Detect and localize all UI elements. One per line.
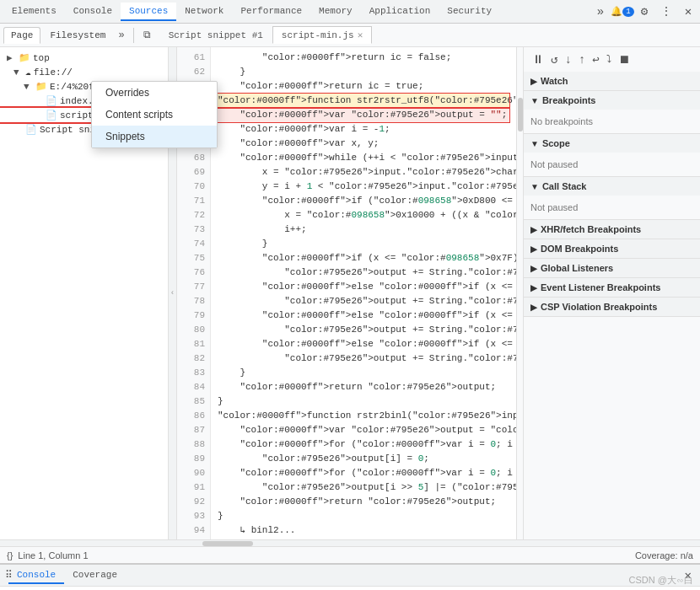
tree-item-top[interactable]: ▶ 📁 top: [0, 51, 168, 65]
line-number: 84: [177, 380, 210, 394]
code-line[interactable]: x = "color:#795e26">input."color:#795e26…: [218, 165, 509, 180]
split-editor-icon[interactable]: ⧉: [139, 27, 156, 44]
code-line[interactable]: y = i + 1 < "color:#795e26">input."color…: [218, 180, 509, 194]
tree-item-file[interactable]: ▼ ☁ file://: [0, 65, 168, 79]
code-line[interactable]: "color:#795e26">output[i >> 5] |= ("colo…: [218, 480, 509, 495]
deactivate-btn[interactable]: ⤵: [605, 51, 613, 67]
pause-btn[interactable]: ⏸: [530, 51, 546, 68]
code-line[interactable]: "color:#0000ff">function str2rstr_utf8("…: [218, 94, 509, 108]
content-scope: Not paused: [524, 153, 700, 176]
code-line[interactable]: }: [218, 509, 509, 523]
line-number: 78: [177, 294, 210, 308]
menu-snippets[interactable]: Snippets: [92, 126, 217, 148]
top-tab-icons: » 🔔 1 ⚙ ⋮ ✕: [592, 3, 697, 20]
stop-btn[interactable]: ⏹: [617, 51, 632, 68]
code-line[interactable]: "color:#0000ff">for ("color:#0000ff">var…: [218, 437, 509, 452]
code-line[interactable]: "color:#795e26">output += String."color:…: [218, 266, 509, 280]
close-tab-icon[interactable]: ✕: [358, 30, 363, 40]
tree-label-top: top: [33, 53, 50, 63]
tab-elements[interactable]: Elements: [3, 3, 65, 21]
code-line[interactable]: "color:#0000ff">return "color:#795e26">o…: [218, 495, 509, 509]
code-line[interactable]: }: [218, 237, 509, 251]
panel-header-global[interactable]: ▶ Global Listeners: [524, 259, 700, 277]
folder-icon-dir: 📁: [35, 81, 47, 92]
arrow-watch: ▶: [530, 77, 537, 86]
hscrollbar[interactable]: [0, 539, 700, 546]
code-line[interactable]: "color:#0000ff">for ("color:#0000ff">var…: [218, 466, 509, 480]
code-line[interactable]: ↳ binl2...: [218, 523, 509, 538]
panel-header-breakpoints[interactable]: ▼ Breakpoints: [524, 91, 700, 110]
panel-header-watch[interactable]: ▶ Watch: [524, 72, 700, 90]
code-line[interactable]: "color:#0000ff">var i = -1;: [218, 122, 509, 137]
code-line[interactable]: "color:#0000ff">if (x <= "color:#098658"…: [218, 251, 509, 266]
step-out-btn[interactable]: ↑: [577, 51, 587, 68]
panel-header-scope[interactable]: ▼ Scope: [524, 134, 700, 153]
hscroll-thumb[interactable]: [202, 541, 253, 546]
code-line[interactable]: "color:#795e26">output += String."color:…: [218, 294, 509, 308]
more-tabs-button[interactable]: »: [592, 3, 609, 20]
step-over-btn[interactable]: ↺: [549, 51, 559, 68]
editor-tab-script[interactable]: script-min.js ✕: [272, 26, 372, 44]
editor-tab-snippet[interactable]: Script snippet #1: [159, 27, 272, 44]
code-line[interactable]: "color:#0000ff">else "color:#0000ff">if …: [218, 337, 509, 351]
tab-network[interactable]: Network: [176, 3, 232, 21]
code-line[interactable]: }: [218, 394, 509, 409]
vscrollbar[interactable]: [516, 47, 523, 539]
code-line[interactable]: x = "color:#098658">0x10000 + ((x & "col…: [218, 208, 509, 223]
code-line[interactable]: "color:#0000ff">if ("color:#098658">0xD8…: [218, 194, 509, 208]
tab-application[interactable]: Application: [361, 3, 439, 21]
line-number: 74: [177, 237, 210, 251]
sub-tab-page[interactable]: Page: [3, 27, 40, 44]
code-line[interactable]: "color:#0000ff">return "color:#795e26">o…: [218, 380, 509, 394]
step-into-btn[interactable]: ↓: [563, 51, 573, 68]
tab-memory[interactable]: Memory: [310, 3, 361, 21]
line-number: 70: [177, 180, 210, 194]
code-line[interactable]: "color:#0000ff">else "color:#0000ff">if …: [218, 280, 509, 294]
panel-section-csp: ▶ CSP Violation Breakpoints: [524, 298, 700, 317]
code-content[interactable]: "color:#0000ff">return ic = false; } "co…: [211, 47, 516, 539]
code-line[interactable]: "color:#0000ff">var x, y;: [218, 137, 509, 151]
code-line[interactable]: "color:#0000ff">var "color:#795e26">outp…: [218, 108, 509, 122]
code-line[interactable]: }: [218, 366, 509, 380]
code-line[interactable]: "color:#0000ff">return ic = false;: [218, 51, 509, 65]
line-number: 76: [177, 266, 210, 280]
step-btn[interactable]: ↩: [590, 51, 600, 68]
sub-tab-filesystem[interactable]: Filesystem: [42, 27, 113, 44]
panel-header-xhr[interactable]: ▶ XHR/fetch Breakpoints: [524, 220, 700, 239]
code-line[interactable]: "color:#0000ff">var "color:#795e26">outp…: [218, 423, 509, 437]
panel-header-event[interactable]: ▶ Event Listener Breakpoints: [524, 278, 700, 297]
code-line[interactable]: "color:#0000ff">function rstr2binl("colo…: [218, 409, 509, 423]
panel-header-csp[interactable]: ▶ CSP Violation Breakpoints: [524, 298, 700, 316]
settings-icon[interactable]: ⚙: [636, 3, 653, 20]
notification-badge[interactable]: 🔔 1: [614, 3, 631, 20]
line-number: 85: [177, 394, 210, 409]
line-number: 83: [177, 366, 210, 380]
code-line[interactable]: "color:#0000ff">while (++i < "color:#795…: [218, 151, 509, 165]
code-line[interactable]: "color:#0000ff">return ic = true;: [218, 79, 509, 94]
tab-console[interactable]: Console: [65, 3, 121, 21]
menu-content-scripts[interactable]: Content scripts: [92, 104, 217, 126]
more-options-icon[interactable]: ⋮: [658, 3, 675, 20]
close-devtools-icon[interactable]: ✕: [680, 3, 697, 20]
console-tab-bar: ⠿ Console Coverage ✕: [0, 565, 700, 587]
divider: [133, 28, 134, 43]
status-icon: {}: [7, 550, 13, 560]
tab-sources[interactable]: Sources: [121, 3, 176, 21]
panel-header-dom[interactable]: ▶ DOM Breakpoints: [524, 239, 700, 258]
console-tab-coverage[interactable]: Coverage: [64, 567, 126, 584]
sub-tab-more[interactable]: »: [115, 28, 127, 43]
code-line[interactable]: }: [218, 65, 509, 79]
code-line[interactable]: i++;: [218, 223, 509, 237]
code-line[interactable]: "color:#795e26">output[i] = 0;: [218, 452, 509, 466]
code-line[interactable]: "color:#795e26">output += String."color:…: [218, 351, 509, 366]
vscroll-thumb[interactable]: [518, 98, 523, 131]
tab-security[interactable]: Security: [439, 3, 500, 21]
tab-performance[interactable]: Performance: [232, 3, 310, 21]
code-line[interactable]: "color:#0000ff">else "color:#0000ff">if …: [218, 308, 509, 323]
menu-overrides[interactable]: Overrides: [92, 82, 217, 104]
console-tab-console[interactable]: Console: [8, 567, 64, 584]
panel-header-callstack[interactable]: ▼ Call Stack: [524, 177, 700, 196]
code-line[interactable]: "color:#795e26">output += String."color:…: [218, 323, 509, 337]
label-callstack: Call Stack: [542, 181, 587, 191]
file-icon-index: 📄: [46, 95, 57, 106]
